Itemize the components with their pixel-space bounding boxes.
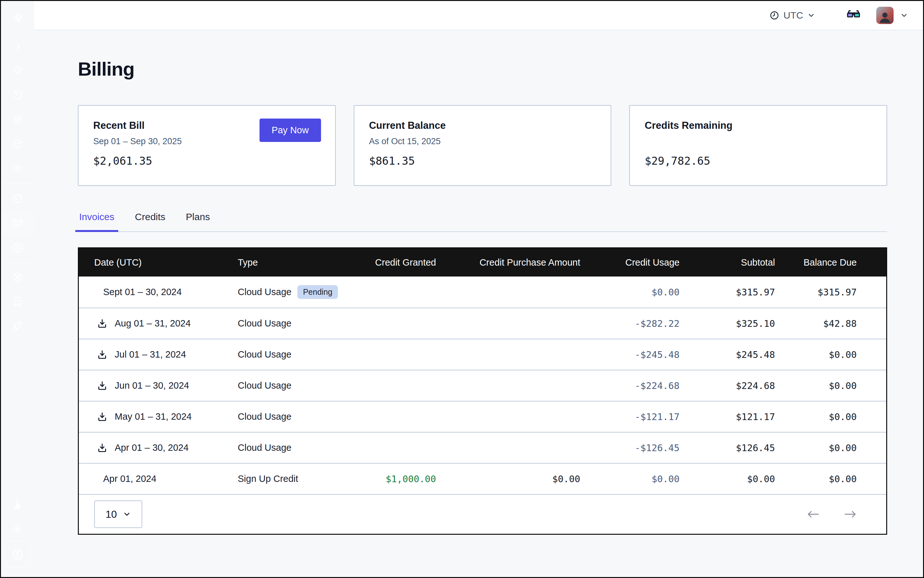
invoice-type: Cloud Usage <box>238 411 292 422</box>
credits-badge-button[interactable] <box>4 541 31 568</box>
invoice-date: Apr 01 – 30, 2024 <box>115 442 189 453</box>
credit-usage-value: -$245.48 <box>635 349 680 360</box>
balance-due-value: $0.00 <box>829 411 857 422</box>
invoice-type: Sign Up Credit <box>238 474 298 484</box>
timezone-label: UTC <box>783 10 803 21</box>
invoice-date: Sept 01 – 30, 2024 <box>103 287 182 297</box>
column-header: Credit Purchase Amount <box>436 257 580 268</box>
billing-icon[interactable] <box>1 211 34 235</box>
sidebar <box>1 1 34 577</box>
subtotal-value: $325.10 <box>736 318 775 329</box>
subtotal-value: $0.00 <box>747 474 775 484</box>
page-size-select[interactable]: 10 <box>94 500 142 528</box>
balance-due-value-cell: $0.00 <box>775 380 886 391</box>
invoice-date-cell: Jun 01 – 30, 2024 <box>79 380 229 391</box>
invoice-type: Cloud Usage <box>238 442 292 453</box>
invoice-date-cell: May 01 – 31, 2024 <box>79 411 229 423</box>
column-header: Date (UTC) <box>79 257 229 268</box>
column-header: Credit Usage <box>580 257 680 268</box>
main-content: Billing Recent Bill Sep 01 – Sep 30, 202… <box>34 31 923 577</box>
credit-usage-value-cell: -$126.45 <box>580 442 680 453</box>
subtotal-value: $224.68 <box>736 380 775 391</box>
balance-due-value: $0.00 <box>829 380 857 391</box>
arrow-left-icon <box>806 510 820 519</box>
download-invoice-button[interactable] <box>97 380 108 391</box>
download-invoice-button[interactable] <box>97 442 108 454</box>
page-title: Billing <box>78 58 887 80</box>
credit-usage-value-cell: -$224.68 <box>580 380 680 391</box>
app-logo-icon[interactable] <box>1 1 34 34</box>
credit-usage-value: -$126.45 <box>635 442 680 453</box>
pagination-controls <box>806 510 857 519</box>
user-menu-chevron-icon <box>900 11 908 19</box>
subtotal-value-cell: $315.97 <box>680 287 775 298</box>
theme-toggle-icon[interactable] <box>1 517 34 541</box>
credit-granted-value-cell: $1,000.00 <box>367 474 436 484</box>
subtotal-value-cell: $121.17 <box>680 411 775 422</box>
pay-now-button[interactable]: Pay Now <box>260 119 321 142</box>
arrow-right-icon <box>843 510 857 519</box>
getting-started-icon[interactable] <box>1 314 34 338</box>
invoice-date: Aug 01 – 31, 2024 <box>115 318 191 329</box>
user-menu-button[interactable] <box>900 11 908 19</box>
reader-glasses-icon[interactable] <box>846 8 861 23</box>
credit-usage-value-cell: -$282.22 <box>580 318 680 329</box>
credit-usage-value: $0.00 <box>652 474 680 484</box>
tab-credits[interactable]: Credits <box>133 209 167 231</box>
page-size-chevron-icon <box>123 510 131 518</box>
invoice-row: Sept 01 – 30, 2024Cloud UsagePending$0.0… <box>79 276 886 308</box>
support-icon[interactable] <box>1 265 34 289</box>
download-invoice-button[interactable] <box>97 318 108 330</box>
column-header: Subtotal <box>680 257 775 268</box>
invoice-type-cell: Cloud Usage <box>229 380 367 391</box>
history-icon[interactable] <box>1 83 34 107</box>
settings-icon[interactable] <box>1 235 34 259</box>
download-invoice-button[interactable] <box>97 349 108 360</box>
download-invoice-button[interactable] <box>97 411 108 423</box>
tab-invoices[interactable]: Invoices <box>78 209 116 231</box>
next-page-button[interactable] <box>843 510 857 519</box>
timezone-selector[interactable]: UTC <box>769 10 815 21</box>
subtotal-value: $315.97 <box>736 287 775 298</box>
observe-icon[interactable] <box>1 58 34 83</box>
balance-due-value: $0.00 <box>829 474 857 484</box>
current-balance-amount: $861.35 <box>369 154 415 167</box>
labs-icon[interactable] <box>1 492 34 517</box>
invoice-table-footer: 10 <box>79 494 886 534</box>
usage-icon[interactable] <box>1 186 34 211</box>
invoice-type-cell: Cloud UsagePending <box>229 285 367 299</box>
balance-due-value-cell: $0.00 <box>775 411 886 422</box>
invoice-row: Apr 01 – 30, 2024Cloud Usage-$126.45$126… <box>79 432 886 463</box>
balance-due-value: $0.00 <box>829 442 857 453</box>
invoice-type-cell: Cloud Usage <box>229 411 367 422</box>
balance-due-value: $315.97 <box>818 287 857 298</box>
services-icon[interactable] <box>1 156 34 180</box>
tab-plans[interactable]: Plans <box>185 209 211 231</box>
user-avatar[interactable] <box>876 7 893 24</box>
current-balance-as-of: As of Oct 15, 2025 <box>369 136 596 146</box>
balance-due-value-cell: $315.97 <box>775 287 886 298</box>
balance-due-value-cell: $0.00 <box>775 442 886 453</box>
invoice-row: Jul 01 – 31, 2024Cloud Usage-$245.48$245… <box>79 339 886 370</box>
invoice-row: Apr 01, 2024Sign Up Credit$1,000.00$0.00… <box>79 463 886 494</box>
invoice-date-cell: Aug 01 – 31, 2024 <box>79 318 229 330</box>
invoice-type-cell: Cloud Usage <box>229 318 367 329</box>
invoice-type: Cloud Usage <box>238 318 292 329</box>
invoice-type-cell: Cloud Usage <box>229 442 367 453</box>
packages-icon[interactable] <box>1 132 34 156</box>
previous-page-button[interactable] <box>806 510 820 519</box>
billing-tabs: Invoices Credits Plans <box>78 209 887 232</box>
credit-usage-value-cell: -$245.48 <box>580 349 680 360</box>
clusters-icon[interactable] <box>1 107 34 132</box>
expand-sidebar-icon[interactable] <box>1 34 34 58</box>
docs-icon[interactable] <box>1 289 34 314</box>
invoice-date-cell: Apr 01, 2024 <box>79 474 229 484</box>
timezone-chevron-icon <box>807 11 815 19</box>
balance-due-value-cell: $0.00 <box>775 349 886 360</box>
credit-usage-value: -$121.17 <box>635 411 680 422</box>
invoice-date-cell: Jul 01 – 31, 2024 <box>79 349 229 360</box>
pending-badge: Pending <box>297 285 338 299</box>
invoice-date-cell: Apr 01 – 30, 2024 <box>79 442 229 454</box>
credits-remaining-title: Credits Remaining <box>645 120 872 132</box>
credit-granted-value: $1,000.00 <box>386 474 436 484</box>
